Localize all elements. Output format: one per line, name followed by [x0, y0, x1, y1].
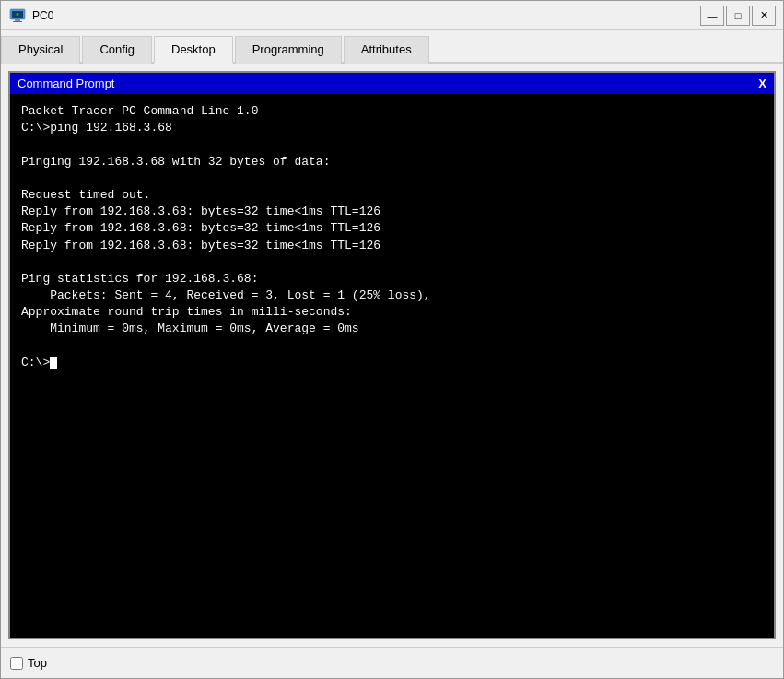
tab-desktop[interactable]: Desktop — [154, 36, 233, 64]
close-button[interactable]: ✕ — [752, 6, 776, 26]
tab-attributes[interactable]: Attributes — [344, 36, 429, 64]
top-checkbox-label: Top — [28, 656, 47, 670]
window-controls: — □ ✕ — [700, 6, 776, 26]
app-icon — [8, 6, 27, 25]
main-window: PC0 — □ ✕ Physical Config Desktop Progra… — [0, 0, 784, 679]
terminal-cursor — [50, 357, 57, 369]
title-bar: PC0 — □ ✕ — [1, 1, 783, 30]
cmd-titlebar: Command Prompt X — [10, 73, 774, 94]
svg-rect-3 — [13, 21, 22, 22]
tab-programming[interactable]: Programming — [235, 36, 342, 64]
top-checkbox[interactable] — [10, 657, 23, 670]
cmd-title: Command Prompt — [18, 76, 114, 90]
window-title: PC0 — [32, 9, 700, 22]
cmd-window: Command Prompt X Packet Tracer PC Comman… — [8, 71, 776, 639]
terminal-body[interactable]: Packet Tracer PC Command Line 1.0 C:\>pi… — [10, 94, 774, 638]
bottom-bar: Top — [1, 647, 783, 678]
cmd-close-button[interactable]: X — [758, 76, 766, 90]
content-area: Command Prompt X Packet Tracer PC Comman… — [1, 64, 783, 647]
tab-config[interactable]: Config — [82, 36, 152, 64]
svg-point-4 — [17, 13, 19, 16]
svg-rect-2 — [15, 19, 20, 21]
tab-bar: Physical Config Desktop Programming Attr… — [1, 30, 783, 64]
top-checkbox-container[interactable]: Top — [10, 656, 47, 670]
maximize-button[interactable]: □ — [726, 6, 750, 26]
tab-physical[interactable]: Physical — [1, 36, 80, 64]
minimize-button[interactable]: — — [700, 6, 724, 26]
